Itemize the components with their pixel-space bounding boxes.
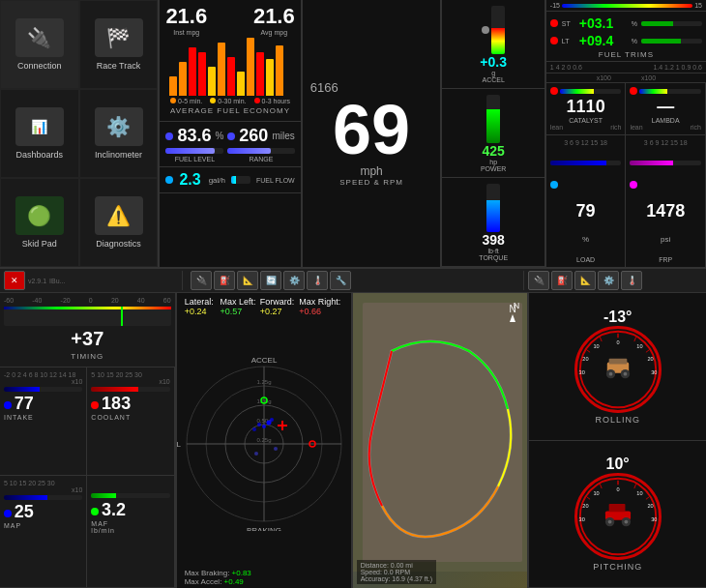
- max-braking-value: +0.83: [232, 569, 251, 577]
- toolbar-btn-back[interactable]: ✕: [4, 271, 25, 290]
- accel-value: +0.3: [480, 54, 507, 70]
- svg-text:20: 20: [582, 355, 588, 361]
- svg-text:0.25g: 0.25g: [256, 437, 271, 443]
- toolbar-btn-r4[interactable]: ⚙️: [598, 271, 619, 290]
- st-label: ST: [562, 20, 575, 27]
- pitching-gauge: 0 10 10 20 20 30 30: [574, 473, 662, 560]
- fuel-economy-title: AVERAGE FUEL ECONOMY: [165, 106, 294, 115]
- range-bar: [227, 148, 294, 154]
- pitching-label: PITCHING: [593, 562, 642, 572]
- toolbar-btn-1[interactable]: 🔌: [191, 271, 212, 290]
- inclinometer-label: Inclinometer: [95, 150, 142, 160]
- timing-value: +37: [4, 328, 171, 350]
- fuel-flow-value: 2.3: [179, 171, 200, 189]
- fuel-flow-label: FUEL FLOW: [256, 177, 295, 184]
- forward-label: Forward:: [260, 297, 295, 307]
- fuel-level-panel: 83.6 % FUEL LEVEL: [165, 126, 223, 162]
- svg-text:ACCEL: ACCEL: [250, 357, 277, 365]
- load-value: 79: [550, 201, 622, 221]
- speed-value: 69: [333, 95, 410, 164]
- toolbar-btn-3[interactable]: 📐: [237, 271, 258, 290]
- speed-unit: mph: [360, 164, 382, 178]
- rolling-label: ROLLING: [595, 415, 640, 425]
- torque-bar: [486, 184, 500, 232]
- metrics-panel: +0.3 g ACCEL 425 hp POWER 398 lb·ft TORQ…: [442, 0, 545, 267]
- accel-label: ACCEL: [482, 76, 504, 83]
- sidebar-item-connection[interactable]: 🔌 Connection: [0, 0, 79, 89]
- bottom-left-panel: -60-40-200204060 +37 TIMING -2 0 2 4 6 8…: [0, 293, 177, 588]
- map-label: MAP: [4, 522, 82, 529]
- fuel-trims-title: FUEL TRIMS: [550, 50, 702, 59]
- svg-text:10: 10: [636, 342, 642, 348]
- svg-text:10: 10: [593, 342, 599, 348]
- svg-line-33: [646, 349, 650, 352]
- sidebar-item-inclinometer[interactable]: ⚙️ Inclinometer: [79, 89, 159, 178]
- toolbar-btn-r2[interactable]: ⛽: [551, 271, 573, 290]
- fuel-chart-legend: 0-5 min. 0-30 min. 0-3 hours: [165, 98, 294, 104]
- compass-indicator: N: [514, 301, 520, 310]
- max-left-label: Max Left:: [220, 297, 255, 307]
- sidebar-item-dashboards[interactable]: 📊 Dashboards: [0, 89, 79, 178]
- svg-line-34: [586, 349, 590, 352]
- map-info: Distance: 0.00 mi Speed: 0.0 RPM Accurac…: [357, 560, 436, 584]
- svg-text:30: 30: [578, 368, 584, 374]
- sensors-grid: -2 0 2 4 6 8 10 12 14 18 x10 77 INTAKE 5…: [0, 368, 175, 588]
- intake-panel: -2 0 2 4 6 8 10 12 14 18 x10 77 INTAKE: [0, 368, 87, 475]
- fuel-level-value: 83.6: [177, 126, 211, 146]
- fuel-flow-unit: gal/h: [209, 176, 225, 185]
- maf-label: MAF: [91, 520, 169, 527]
- load-panel: 3 6 9 12 15 18 79 % LOAD: [546, 135, 627, 267]
- map-distance: Distance: 0.00 mi: [361, 562, 432, 569]
- coolant-label: COOLANT: [91, 414, 169, 421]
- maf-value: 3.2: [102, 500, 126, 519]
- svg-text:0: 0: [616, 339, 619, 345]
- max-right-label: Max Right:: [299, 297, 340, 307]
- svg-text:30: 30: [651, 368, 657, 374]
- pitching-angle: 10°: [606, 456, 630, 473]
- toolbar-btn-r1[interactable]: 🔌: [528, 271, 549, 290]
- skid-pad-label: Skid Pad: [22, 239, 57, 249]
- svg-line-50: [633, 485, 635, 489]
- svg-point-18: [270, 418, 274, 422]
- svg-rect-43: [608, 359, 627, 365]
- toolbar-btn-r5[interactable]: 🌡️: [621, 271, 642, 290]
- load-label: LOAD: [550, 256, 622, 263]
- svg-line-51: [600, 485, 602, 489]
- rolling-pitching-panel: -13° 0 10 10 20: [529, 293, 706, 588]
- inst-mpg-label: Inst mpg: [165, 29, 207, 36]
- toolbar-btn-4[interactable]: 🔄: [260, 271, 281, 290]
- svg-line-53: [586, 497, 590, 500]
- pitching-panel: 10° 0 10 10 20 20 30: [529, 441, 706, 588]
- skid-pad-icon: 🟢: [15, 196, 64, 235]
- sidebar-item-race-track[interactable]: 🏁 Race Track: [79, 0, 159, 89]
- maf-panel: 3.2 MAF lb/min: [87, 476, 174, 588]
- sidebar-item-skid-pad[interactable]: 🟢 Skid Pad: [0, 178, 79, 267]
- catalyst-value: 1110: [567, 97, 605, 116]
- svg-text:30: 30: [578, 516, 584, 522]
- rolling-panel: -13° 0 10 10 20: [529, 293, 706, 440]
- rolling-angle: -13°: [603, 309, 632, 326]
- svg-text:L: L: [177, 440, 182, 449]
- range-panel: 260 miles RANGE: [227, 126, 294, 162]
- braking-info: Max Braking: +0.83 Max Accel: +0.49: [177, 567, 351, 588]
- map-accuracy: Accuracy: 16.9 (4.37 ft.): [361, 575, 432, 582]
- power-value: 425: [482, 143, 504, 159]
- svg-point-19: [254, 452, 258, 456]
- toolbar-btn-7[interactable]: 🔧: [330, 271, 351, 290]
- toolbar: ✕ v2.9.1 IBu... 🔌 ⛽ 📐 🔄 ⚙️ 🌡️ 🔧 🔌 ⛽ 📐 ⚙️…: [0, 269, 706, 293]
- fuel-trims-panel: -15 15 ST +03.1 % LT +09.4: [546, 0, 706, 267]
- intake-label: INTAKE: [4, 414, 82, 421]
- accel-radar-display: ACCEL BRAKING L R 1.25g 1.00g 0.50g 0.25…: [177, 320, 351, 567]
- toolbar-btn-2[interactable]: ⛽: [214, 271, 235, 290]
- dashboards-icon: 📊: [15, 107, 64, 146]
- toolbar-btn-r3[interactable]: 📐: [574, 271, 596, 290]
- accel-unit: g: [491, 70, 495, 76]
- max-right-value: +0.66: [299, 307, 321, 316]
- coolant-panel: 5 10 15 20 25 30 x10 183 COOLANT: [87, 368, 174, 475]
- toolbar-btn-5[interactable]: ⚙️: [283, 271, 305, 290]
- map-speed: Speed: 0.0 RPM: [361, 569, 432, 575]
- svg-point-16: [262, 425, 266, 428]
- toolbar-btn-6[interactable]: 🌡️: [307, 271, 328, 290]
- sidebar-item-diagnostics[interactable]: ⚠️ Diagnostics: [79, 178, 159, 267]
- svg-text:30: 30: [651, 516, 657, 522]
